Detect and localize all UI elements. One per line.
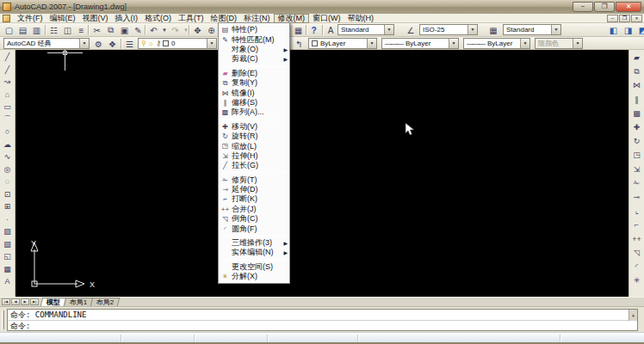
dim-style-icon[interactable]: ∠ (405, 24, 417, 36)
ellipse-icon[interactable]: ◎ (1, 163, 15, 176)
layer-previous-icon[interactable]: ↰ (293, 38, 306, 50)
explode-icon[interactable]: ✳ (630, 273, 644, 287)
menu-format[interactable]: 格式(O) (141, 14, 175, 23)
fillet-icon[interactable]: ◜ (630, 260, 644, 273)
revision-cloud-icon[interactable]: ☁ (1, 138, 15, 151)
menu-item-clip[interactable]: 剪裁(C)▶ (219, 54, 289, 64)
menu-help[interactable]: 帮助(H) (344, 14, 378, 23)
extend-icon[interactable]: ⊸ (630, 190, 644, 204)
menu-item-fillet[interactable]: ◜圆角(F) (219, 224, 289, 233)
tab-next-icon[interactable]: ▶ (21, 298, 29, 305)
tab-layout1[interactable]: 布局1 (64, 298, 94, 306)
chevron-down-icon[interactable]: ▼ (449, 39, 458, 48)
mdi-restore-button[interactable]: ❒ (619, 15, 630, 22)
chamfer-icon[interactable]: ◹ (630, 246, 644, 260)
table-style-icon[interactable]: ▦ (487, 24, 499, 36)
copy-object-icon[interactable]: ⧉ (630, 64, 644, 78)
menu-edit[interactable]: 编辑(E) (46, 14, 79, 23)
polyline-icon[interactable]: ↝ (1, 76, 15, 89)
tab-model[interactable]: 模型 (40, 298, 66, 306)
undo-icon[interactable]: ↶ (147, 24, 160, 36)
stretch-icon[interactable]: ⇲ (630, 163, 644, 176)
mdi-minimize-button[interactable]: − (607, 15, 618, 22)
minimize-button[interactable]: − (573, 2, 593, 12)
scale-icon[interactable]: ◳ (630, 148, 644, 162)
bring-above-icon[interactable]: ◩ (636, 24, 644, 36)
construction-line-icon[interactable]: ╱ (1, 64, 15, 77)
open-file-icon[interactable]: ▤ (16, 24, 29, 36)
circle-icon[interactable]: ○ (1, 126, 15, 138)
tab-last-icon[interactable]: ▶| (30, 298, 39, 305)
send-to-back-icon[interactable]: ◨ (622, 24, 635, 36)
break-icon[interactable]: ⌐ (630, 218, 644, 231)
menu-item-lengthen[interactable]: ╱拉长(G) (219, 161, 289, 170)
array-icon[interactable]: ▩ (630, 107, 644, 120)
command-window-grip[interactable] (2, 310, 4, 329)
save-icon[interactable]: ▥ (30, 24, 43, 36)
layer-lock-icon[interactable]: ⚷ (156, 40, 161, 47)
undo-dropdown-icon[interactable]: ▼ (161, 24, 168, 36)
workspace-combo[interactable]: AutoCAD 经典 ▼ (3, 38, 90, 49)
command-scrollbar[interactable]: ▲ (629, 310, 637, 321)
chevron-down-icon[interactable]: ▼ (384, 25, 393, 34)
menu-item-explode[interactable]: ✳分解(X) (219, 272, 289, 281)
break-at-point-icon[interactable]: ⌞ (630, 204, 644, 218)
menu-insert[interactable]: 插入(I) (112, 14, 142, 23)
menu-view[interactable]: 视图(V) (79, 14, 112, 23)
menu-draw[interactable]: 绘图(D) (207, 14, 241, 23)
join-icon[interactable]: ++ (630, 231, 644, 245)
chevron-down-icon[interactable]: ▼ (79, 39, 89, 48)
table-style-combo[interactable]: Standard ▼ (503, 24, 561, 35)
workspace-settings-icon[interactable]: ⚙ (92, 38, 105, 50)
linetype-combo[interactable]: ——— ByLayer ▼ (381, 38, 459, 49)
chevron-down-icon[interactable]: ▼ (207, 39, 216, 48)
quickcalc-icon[interactable]: ▦ (292, 24, 305, 36)
hatch-icon[interactable]: ▨ (1, 225, 15, 238)
trim-icon[interactable]: ✁ (630, 176, 644, 190)
line-icon[interactable]: ╱ (1, 51, 15, 64)
tab-prev-icon[interactable]: ◀ (11, 298, 20, 305)
pan-realtime-icon[interactable]: ✥ (191, 24, 204, 36)
chevron-down-icon[interactable]: ▼ (367, 39, 376, 48)
redo-icon[interactable]: ↷ (169, 24, 182, 36)
insert-block-icon[interactable]: ⊡ (1, 188, 15, 201)
tab-layout2[interactable]: 布局2 (90, 298, 121, 306)
paste-icon[interactable]: ▣ (118, 24, 131, 36)
bring-to-front-icon[interactable]: ◧ (607, 24, 620, 36)
dim-style-combo[interactable]: ISO-25 ▼ (419, 24, 478, 35)
command-prompt-line[interactable]: 命令: (8, 321, 637, 331)
menu-item-solid-editing[interactable]: 实体编辑(N)▶ (219, 248, 289, 257)
tab-first-icon[interactable]: |◀ (2, 298, 10, 305)
lineweight-combo[interactable]: ——— ByLayer ▼ (463, 38, 530, 49)
table-icon[interactable]: ▦ (1, 263, 15, 276)
new-file-icon[interactable]: ▢ (3, 24, 15, 36)
spline-icon[interactable]: ∿ (1, 150, 15, 163)
match-properties-icon[interactable]: ✎ (132, 24, 145, 36)
menu-dimension[interactable]: 标注(N) (240, 14, 274, 23)
menu-item-array[interactable]: ▩阵列(A)... (219, 108, 289, 117)
menu-window[interactable]: 窗口(W) (309, 14, 344, 23)
text-style-combo[interactable]: Standard ▼ (337, 24, 394, 35)
arc-icon[interactable]: ⌒ (1, 114, 15, 126)
mirror-icon[interactable]: ⋈ (630, 78, 644, 92)
drawing-canvas[interactable]: Y X (15, 50, 629, 297)
make-block-icon[interactable]: ⊞ (1, 200, 15, 213)
menu-modify[interactable]: 修改(M) (274, 14, 310, 23)
zoom-realtime-icon[interactable]: ⊕ (205, 24, 218, 36)
polygon-icon[interactable]: ⌂ (1, 89, 15, 101)
layer-combo[interactable]: ⚲ ☼ ⚷ 0 ▼ (138, 38, 217, 49)
publish-icon[interactable]: ≡ (75, 24, 88, 36)
layer-thaw-sun-icon[interactable]: ☼ (148, 40, 154, 47)
menu-tools[interactable]: 工具(T) (175, 14, 207, 23)
gradient-icon[interactable]: ▧ (1, 238, 15, 251)
multiline-text-icon[interactable]: A (1, 275, 15, 288)
copy-icon[interactable]: ⧉ (104, 24, 117, 36)
move-icon[interactable]: ✚ (630, 120, 644, 134)
layer-on-bulb-icon[interactable]: ⚲ (141, 40, 146, 47)
mdi-close-button[interactable]: × (631, 15, 642, 22)
region-icon[interactable]: ◱ (1, 250, 15, 263)
command-text-area[interactable]: 命令: COMMANDLINE 命令: ▲ (7, 309, 638, 331)
maximize-button[interactable]: ❐ (594, 2, 615, 12)
plot-preview-icon[interactable]: ◫ (61, 24, 74, 36)
layer-manager-icon[interactable]: ☰ (123, 38, 136, 50)
